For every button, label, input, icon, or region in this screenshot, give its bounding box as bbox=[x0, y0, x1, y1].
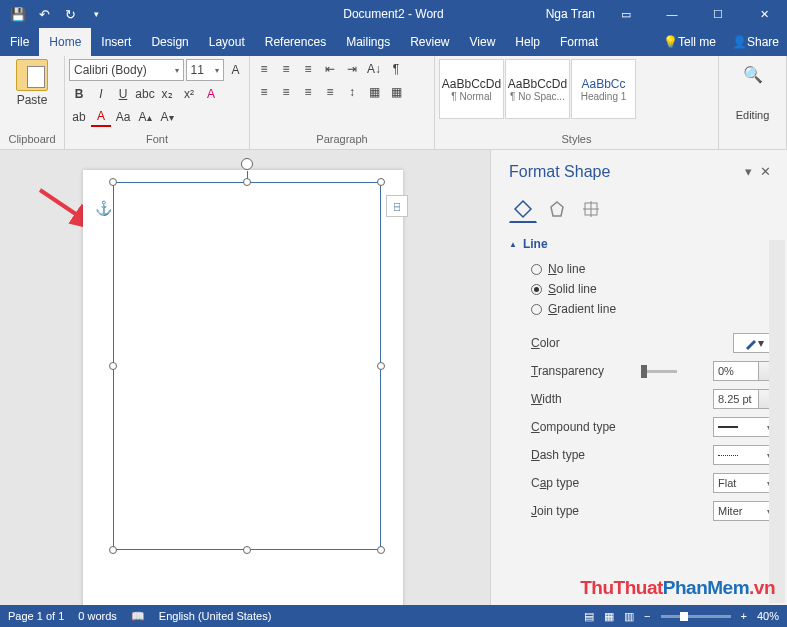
align-center[interactable]: ≡ bbox=[276, 82, 296, 102]
close-button[interactable]: ✕ bbox=[741, 0, 787, 28]
zoom-slider[interactable] bbox=[661, 615, 731, 618]
subscript-button[interactable]: x₂ bbox=[157, 84, 177, 104]
line-section-header[interactable]: ▲Line bbox=[509, 237, 775, 251]
resize-handle-b[interactable] bbox=[243, 546, 251, 554]
compound-dropdown[interactable] bbox=[713, 417, 775, 437]
align-right[interactable]: ≡ bbox=[298, 82, 318, 102]
join-dropdown[interactable]: Miter bbox=[713, 501, 775, 521]
pane-scrollbar[interactable] bbox=[769, 240, 785, 603]
font-size-combo[interactable]: 11▾ bbox=[186, 59, 225, 81]
tell-me[interactable]: 💡 Tell me bbox=[655, 28, 724, 56]
grow-font2[interactable]: A▴ bbox=[135, 107, 155, 127]
align-left[interactable]: ≡ bbox=[254, 82, 274, 102]
view-print[interactable]: ▦ bbox=[604, 610, 614, 623]
decrease-indent[interactable]: ⇤ bbox=[320, 59, 340, 79]
pane-options-button[interactable]: ▾ bbox=[741, 160, 756, 183]
tab-design[interactable]: Design bbox=[141, 28, 198, 56]
style-heading1[interactable]: AaBbCcHeading 1 bbox=[571, 59, 636, 119]
resize-handle-bl[interactable] bbox=[109, 546, 117, 554]
maximize-button[interactable]: ☐ bbox=[695, 0, 741, 28]
grow-font-button[interactable]: A bbox=[226, 60, 245, 80]
minimize-button[interactable]: ― bbox=[649, 0, 695, 28]
resize-handle-tl[interactable] bbox=[109, 178, 117, 186]
ribbon-display-button[interactable]: ▭ bbox=[603, 0, 649, 28]
resize-handle-t[interactable] bbox=[243, 178, 251, 186]
cap-dropdown[interactable]: Flat bbox=[713, 473, 775, 493]
radio-gradient-line[interactable]: Gradient line bbox=[509, 299, 775, 319]
document-area[interactable]: ⚓ ⌸ bbox=[0, 150, 490, 605]
sort-button[interactable]: A↓ bbox=[364, 59, 384, 79]
find-icon[interactable]: 🔍 bbox=[723, 59, 782, 84]
save-button[interactable]: 💾 bbox=[6, 2, 30, 26]
tab-format[interactable]: Format bbox=[550, 28, 608, 56]
strike-button[interactable]: abc bbox=[135, 84, 155, 104]
pane-tab-effects[interactable] bbox=[543, 195, 571, 223]
tab-mailings[interactable]: Mailings bbox=[336, 28, 400, 56]
superscript-button[interactable]: x² bbox=[179, 84, 199, 104]
qat-customize[interactable]: ▾ bbox=[84, 2, 108, 26]
borders-button[interactable]: ▦ bbox=[386, 82, 406, 102]
increase-indent[interactable]: ⇥ bbox=[342, 59, 362, 79]
line-spacing[interactable]: ↕ bbox=[342, 82, 362, 102]
multilevel-button[interactable]: ≡ bbox=[298, 59, 318, 79]
view-read[interactable]: ▤ bbox=[584, 610, 594, 623]
pane-close-button[interactable]: ✕ bbox=[756, 160, 775, 183]
resize-handle-r[interactable] bbox=[377, 362, 385, 370]
shading-button[interactable]: ▦ bbox=[364, 82, 384, 102]
numbering-button[interactable]: ≡ bbox=[276, 59, 296, 79]
share-button[interactable]: 👤 Share bbox=[724, 28, 787, 56]
tab-insert[interactable]: Insert bbox=[91, 28, 141, 56]
zoom-out[interactable]: − bbox=[644, 610, 650, 622]
tab-home[interactable]: Home bbox=[39, 28, 91, 56]
shrink-font[interactable]: A▾ bbox=[157, 107, 177, 127]
style-normal[interactable]: AaBbCcDd¶ Normal bbox=[439, 59, 504, 119]
style-nospacing[interactable]: AaBbCcDd¶ No Spac... bbox=[505, 59, 570, 119]
zoom-level[interactable]: 40% bbox=[757, 610, 779, 622]
bold-button[interactable]: B bbox=[69, 84, 89, 104]
clear-format-button[interactable]: A bbox=[201, 84, 221, 104]
styles-gallery[interactable]: AaBbCcDd¶ Normal AaBbCcDd¶ No Spac... Aa… bbox=[439, 59, 714, 119]
highlight-button[interactable]: ab bbox=[69, 107, 89, 127]
width-input[interactable]: 8.25 pt bbox=[713, 389, 775, 409]
spell-icon[interactable]: 📖 bbox=[131, 610, 145, 623]
zoom-in[interactable]: + bbox=[741, 610, 747, 622]
page-count[interactable]: Page 1 of 1 bbox=[8, 610, 64, 622]
font-color-button[interactable]: A bbox=[91, 107, 111, 127]
undo-button[interactable]: ↶ bbox=[32, 2, 56, 26]
transparency-input[interactable]: 0% bbox=[713, 361, 775, 381]
pane-tab-layout[interactable] bbox=[577, 195, 605, 223]
tab-layout[interactable]: Layout bbox=[199, 28, 255, 56]
font-name-combo[interactable]: Calibri (Body)▾ bbox=[69, 59, 184, 81]
paste-button[interactable]: Paste bbox=[4, 59, 60, 107]
radio-solid-line[interactable]: Solid line bbox=[509, 279, 775, 299]
redo-button[interactable]: ↻ bbox=[58, 2, 82, 26]
resize-handle-tr[interactable] bbox=[377, 178, 385, 186]
language[interactable]: English (United States) bbox=[159, 610, 272, 622]
tab-review[interactable]: Review bbox=[400, 28, 459, 56]
change-case-button[interactable]: Aa bbox=[113, 107, 133, 127]
dash-dropdown[interactable] bbox=[713, 445, 775, 465]
pane-tab-fill[interactable] bbox=[509, 195, 537, 223]
editing-label[interactable]: Editing bbox=[723, 109, 782, 121]
radio-no-line[interactable]: No line bbox=[509, 259, 775, 279]
italic-button[interactable]: I bbox=[91, 84, 111, 104]
page[interactable]: ⚓ ⌸ bbox=[83, 170, 403, 605]
underline-button[interactable]: U bbox=[113, 84, 133, 104]
tab-view[interactable]: View bbox=[460, 28, 506, 56]
resize-handle-br[interactable] bbox=[377, 546, 385, 554]
rotate-handle[interactable] bbox=[241, 158, 253, 170]
transparency-slider[interactable] bbox=[641, 370, 677, 373]
show-marks-button[interactable]: ¶ bbox=[386, 59, 406, 79]
word-count[interactable]: 0 words bbox=[78, 610, 117, 622]
bullets-button[interactable]: ≡ bbox=[254, 59, 274, 79]
layout-options-button[interactable]: ⌸ bbox=[386, 195, 408, 217]
resize-handle-l[interactable] bbox=[109, 362, 117, 370]
view-web[interactable]: ▥ bbox=[624, 610, 634, 623]
tab-references[interactable]: References bbox=[255, 28, 336, 56]
justify[interactable]: ≡ bbox=[320, 82, 340, 102]
user-name[interactable]: Nga Tran bbox=[538, 7, 603, 21]
tab-file[interactable]: File bbox=[0, 28, 39, 56]
quick-access-toolbar: 💾 ↶ ↻ ▾ bbox=[0, 2, 114, 26]
shape-rectangle[interactable]: ⌸ bbox=[113, 182, 381, 550]
tab-help[interactable]: Help bbox=[505, 28, 550, 56]
